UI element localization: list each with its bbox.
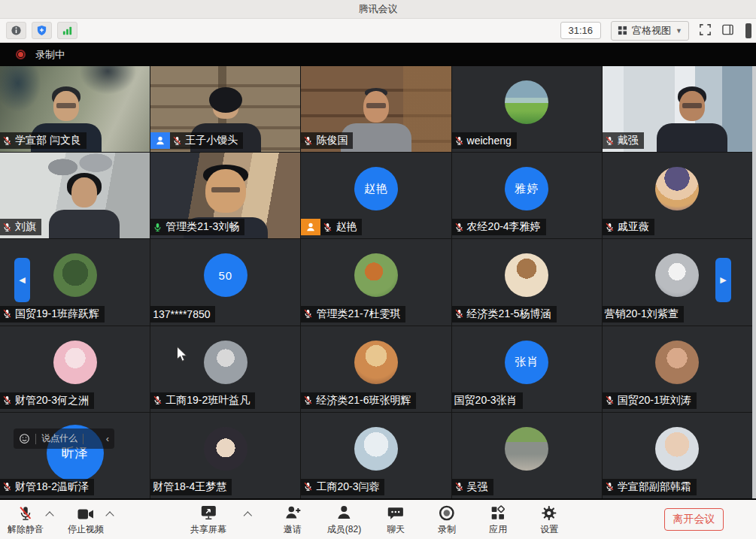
- view-mode-button[interactable]: 宫格视图 ▼: [611, 21, 689, 41]
- mic-status-icon: [605, 223, 615, 232]
- person-icon: [305, 222, 316, 232]
- participant-name: 国贸19-1班薛跃辉: [15, 307, 99, 321]
- participant-tile[interactable]: 王子小馒头: [150, 66, 300, 152]
- participant-nameplate: 学宣部副部韩霜: [603, 479, 697, 495]
- scrollbar[interactable]: [752, 66, 756, 498]
- participant-tile[interactable]: 张肖 国贸20-3张肖: [452, 326, 602, 412]
- host-badge: [301, 219, 320, 235]
- mic-options-chevron[interactable]: [45, 511, 53, 519]
- mic-status-icon: [2, 482, 12, 492]
- collapse-bar-icon[interactable]: ‹: [106, 433, 109, 444]
- participant-name: 戴强: [618, 134, 639, 147]
- members-label: 成员(82): [327, 523, 361, 536]
- participant-tile[interactable]: 财管18-4王梦慧: [150, 413, 300, 498]
- participant-nameplate: 学宣部 闫文良: [0, 132, 87, 149]
- arrow-right-icon: ▶: [720, 275, 726, 285]
- participant-nameplate: 农经20-4李雅婷: [452, 219, 546, 235]
- participant-tile[interactable]: 学宣部副部韩霜: [603, 413, 752, 498]
- participant-tile[interactable]: 吴强: [452, 413, 602, 498]
- mouse-cursor: [176, 347, 188, 363]
- leave-meeting-button[interactable]: 离开会议: [664, 508, 724, 531]
- mic-status-icon: [303, 136, 313, 146]
- participant-tile[interactable]: 管理类21-3刘畅: [150, 153, 300, 238]
- stop-video-button[interactable]: 停止视频: [68, 504, 104, 536]
- settings-button[interactable]: 设置: [533, 504, 566, 536]
- participant-tile[interactable]: 陈俊国: [301, 66, 451, 152]
- camera-icon: [77, 507, 95, 522]
- security-shield-icon: [36, 25, 47, 36]
- unmute-label: 解除静音: [8, 523, 44, 536]
- participant-name: 王子小馒头: [185, 134, 238, 147]
- participant-nameplate: 刘旗: [0, 219, 41, 235]
- participant-name: 陈俊国: [316, 134, 348, 147]
- meeting-info-button[interactable]: [6, 22, 26, 39]
- fullscreen-button[interactable]: [699, 23, 712, 38]
- window-title: 腾讯会议: [359, 2, 398, 16]
- participant-tile[interactable]: 工商20-3闫蓉: [301, 413, 451, 498]
- network-status-button[interactable]: [57, 22, 77, 39]
- participant-tile[interactable]: 50 137****7850: [150, 239, 300, 325]
- participant-tile[interactable]: 财管20-3何之洲: [0, 326, 150, 412]
- participant-nameplate: 国贸20-3张肖: [452, 392, 523, 409]
- participant-tile[interactable]: 赵艳 赵艳: [301, 153, 451, 238]
- prev-page-button[interactable]: ◀: [14, 258, 30, 302]
- apps-label: 应用: [489, 523, 507, 536]
- invite-button[interactable]: 邀请: [276, 504, 309, 536]
- participant-tile[interactable]: 管理类21-7杜雯琪: [301, 239, 451, 325]
- security-button[interactable]: [32, 22, 52, 39]
- participant-tile[interactable]: 经济类21-6班张明辉: [301, 326, 451, 412]
- video-options-chevron[interactable]: [105, 511, 114, 519]
- mic-status-icon: [2, 136, 12, 146]
- network-signal-icon: [62, 25, 73, 36]
- chat-icon: [387, 504, 405, 522]
- participant-tile[interactable]: weicheng: [452, 66, 602, 152]
- avatar: [505, 80, 548, 124]
- participant-nameplate: 财管18-2温昕泽: [0, 479, 94, 495]
- next-page-button[interactable]: ▶: [715, 258, 731, 302]
- participant-nameplate: 营销20-1刘紫萱: [603, 306, 684, 322]
- participant-tile[interactable]: 刘旗: [0, 153, 150, 238]
- mic-status-icon: [2, 223, 12, 232]
- participant-name: 营销20-1刘紫萱: [605, 307, 679, 321]
- avatar: 50: [204, 253, 247, 297]
- participant-tile[interactable]: 工商19-2班叶益凡: [150, 326, 300, 412]
- mic-status-icon: [323, 223, 332, 232]
- apps-button[interactable]: 应用: [481, 504, 515, 536]
- status-toolbar: 31:16 宫格视图 ▼: [0, 19, 756, 43]
- participant-tile[interactable]: 雅婷 农经20-4李雅婷: [452, 153, 602, 238]
- share-options-chevron[interactable]: [243, 511, 251, 519]
- participant-tile[interactable]: 学宣部 闫文良: [0, 66, 150, 152]
- participant-name: 国贸20-3张肖: [454, 394, 518, 407]
- chat-quick-input[interactable]: 说点什么: [41, 432, 77, 445]
- record-button[interactable]: 录制: [430, 504, 463, 536]
- avatar: 赵艳: [354, 167, 398, 210]
- overflow-button[interactable]: [745, 23, 751, 38]
- participant-name: 财管18-4王梦慧: [153, 480, 226, 494]
- tencent-meeting-window: 腾讯会议 31:16 宫格视图 ▼: [0, 0, 756, 539]
- chat-button[interactable]: 聊天: [379, 504, 412, 536]
- members-button[interactable]: 成员(82): [327, 504, 361, 536]
- mic-status-icon: [153, 395, 162, 405]
- mic-status-icon: [2, 395, 12, 405]
- chevron-down-icon: ▼: [676, 27, 682, 35]
- participant-tile[interactable]: 昕泽 财管18-2温昕泽: [0, 413, 150, 498]
- participant-name: 财管18-2温昕泽: [15, 480, 89, 494]
- smiley-icon[interactable]: [19, 433, 30, 444]
- mic-status-icon: [303, 395, 313, 405]
- recording-label: 录制中: [35, 48, 65, 62]
- unmute-button[interactable]: 解除静音: [8, 504, 44, 536]
- share-screen-button[interactable]: 共享屏幕: [190, 504, 226, 536]
- participant-tile[interactable]: 戚亚薇: [603, 153, 752, 238]
- mic-status-icon: [605, 482, 615, 492]
- participant-tile[interactable]: 经济类21-5杨博涵: [452, 239, 602, 325]
- participant-tile[interactable]: 国贸20-1班刘涛: [603, 326, 752, 412]
- avatar: [505, 253, 548, 297]
- side-panel-toggle-button[interactable]: [721, 23, 734, 38]
- participant-nameplate: 财管18-4王梦慧: [150, 479, 232, 495]
- avatar: [655, 341, 699, 384]
- avatar: [354, 427, 398, 471]
- reaction-quick-bar[interactable]: 说点什么 ‹: [14, 428, 114, 449]
- avatar: [204, 427, 247, 471]
- participant-tile[interactable]: 戴强: [603, 66, 752, 152]
- participant-name: 农经20-4李雅婷: [467, 220, 541, 234]
